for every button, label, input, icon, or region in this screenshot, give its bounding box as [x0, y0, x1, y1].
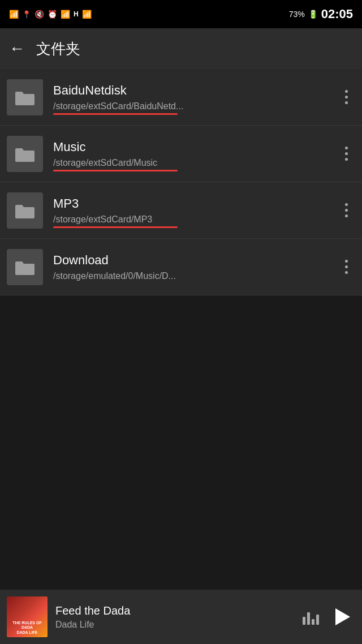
- folder-item-mp3[interactable]: MP3 /storage/extSdCard/MP3: [0, 182, 362, 239]
- folder-icon: [14, 258, 36, 276]
- folder-item-music[interactable]: Music /storage/extSdCard/Music: [0, 126, 362, 182]
- folder-item-download[interactable]: Download /storage/emulated/0/Music/D...: [0, 239, 362, 295]
- map-icon: 📍: [22, 10, 31, 19]
- phone-icon: 📶: [9, 10, 19, 19]
- battery-icon: 🔋: [308, 10, 318, 19]
- folder-text: Music /storage/extSdCard/Music: [53, 140, 337, 168]
- folder-underline: [53, 170, 178, 171]
- folder-icon-wrap: [7, 192, 43, 229]
- eq-bar: [307, 612, 310, 625]
- header: ← 文件夹: [0, 28, 362, 69]
- battery-percent: 73%: [289, 10, 305, 19]
- now-playing-bar[interactable]: THE RULES OF DADA DADA LIFE Feed the Dad…: [0, 590, 362, 644]
- play-icon: [335, 608, 350, 625]
- more-options-button[interactable]: [337, 199, 355, 222]
- track-info: Feed the Dada Dada Life: [55, 604, 295, 630]
- more-dot: [345, 158, 348, 161]
- back-button[interactable]: ←: [9, 40, 25, 58]
- more-dot: [345, 214, 348, 217]
- equalizer-icon: [303, 609, 319, 625]
- silent-icon: 🔇: [35, 10, 44, 19]
- more-dot: [345, 152, 348, 155]
- folder-text: Download /storage/emulated/0/Music/D...: [53, 253, 337, 281]
- folder-path: /storage/extSdCard/BaiduNetd...: [53, 101, 337, 111]
- track-artist: Dada Life: [55, 620, 295, 630]
- network-h-icon: H: [74, 10, 79, 18]
- more-dot: [345, 147, 348, 149]
- album-label: THE RULES OF DADA DADA LIFE: [7, 621, 48, 637]
- folder-item-baidunetdisk[interactable]: BaiduNetdisk /storage/extSdCard/BaiduNet…: [0, 69, 362, 126]
- more-dot: [345, 90, 348, 93]
- album-art: THE RULES OF DADA DADA LIFE: [7, 596, 48, 637]
- folder-icon: [14, 88, 36, 106]
- empty-content-area: [0, 295, 362, 590]
- folder-icon: [14, 201, 36, 220]
- play-button[interactable]: [328, 603, 355, 630]
- folder-text: BaiduNetdisk /storage/extSdCard/BaiduNet…: [53, 83, 337, 111]
- more-options-button[interactable]: [337, 256, 355, 278]
- folder-name: Download: [53, 253, 337, 268]
- album-art-inner: THE RULES OF DADA DADA LIFE: [7, 596, 48, 637]
- more-dot: [345, 260, 348, 263]
- folder-icon-wrap: [7, 79, 43, 115]
- more-dot: [345, 271, 348, 274]
- status-bar: 📶 📍 🔇 ⏰ 📶 H 📶 73% 🔋 02:05: [0, 0, 362, 28]
- status-bar-left: 📶 📍 🔇 ⏰ 📶 H 📶: [9, 10, 92, 19]
- track-name: Feed the Dada: [55, 604, 295, 617]
- alarm-icon: ⏰: [48, 10, 57, 19]
- more-dot: [345, 96, 348, 98]
- more-dot: [345, 209, 348, 212]
- wifi-icon: 📶: [61, 10, 70, 19]
- folder-name: MP3: [53, 196, 337, 211]
- folder-name: BaiduNetdisk: [53, 83, 337, 98]
- folder-text: MP3 /storage/extSdCard/MP3: [53, 196, 337, 225]
- folder-list: BaiduNetdisk /storage/extSdCard/BaiduNet…: [0, 69, 362, 295]
- folder-path: /storage/emulated/0/Music/D...: [53, 271, 337, 281]
- folder-underline: [53, 226, 178, 228]
- more-dot: [345, 265, 348, 268]
- more-dot: [345, 101, 348, 104]
- folder-icon-wrap: [7, 249, 43, 285]
- folder-name: Music: [53, 140, 337, 154]
- eq-bar: [316, 615, 319, 625]
- status-time: 02:05: [321, 7, 353, 22]
- more-options-button[interactable]: [337, 143, 355, 165]
- eq-bar: [312, 619, 314, 625]
- folder-path: /storage/extSdCard/MP3: [53, 214, 337, 225]
- folder-path: /storage/extSdCard/Music: [53, 158, 337, 168]
- more-dot: [345, 203, 348, 206]
- page-title: 文件夹: [36, 39, 80, 59]
- now-playing-controls: [303, 603, 355, 630]
- signal-icon: 📶: [82, 10, 92, 19]
- status-bar-right: 73% 🔋 02:05: [289, 7, 353, 22]
- folder-icon: [14, 145, 36, 163]
- more-options-button[interactable]: [337, 86, 355, 109]
- folder-icon-wrap: [7, 136, 43, 172]
- eq-bar: [303, 617, 305, 625]
- folder-underline: [53, 113, 178, 115]
